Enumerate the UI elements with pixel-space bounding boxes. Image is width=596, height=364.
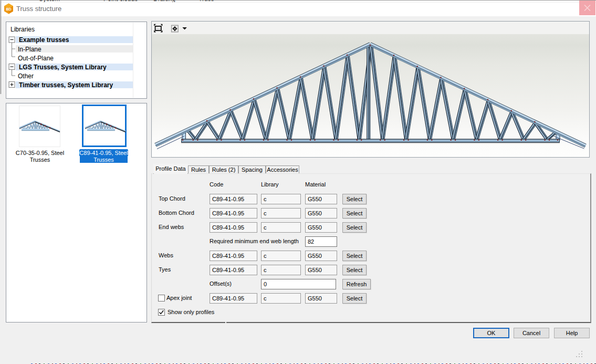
svg-text:BD: BD (6, 7, 11, 11)
